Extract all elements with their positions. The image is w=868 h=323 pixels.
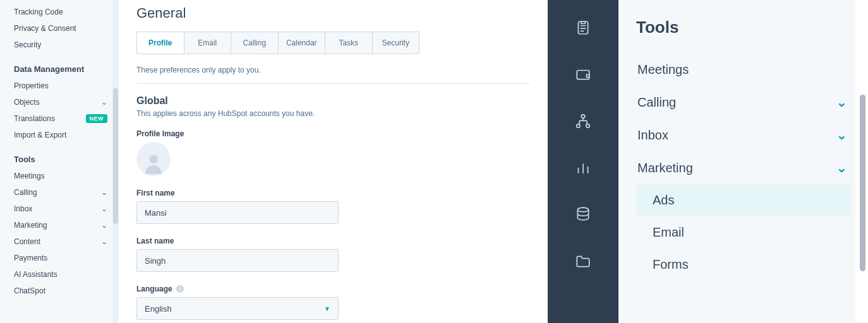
last-name-input[interactable] — [136, 249, 339, 272]
sidebar-item-label: Properties — [14, 81, 49, 90]
sidebar-scrollbar-track — [112, 0, 119, 323]
language-label-text: Language — [136, 285, 172, 293]
database-icon[interactable] — [574, 206, 592, 223]
tab-email[interactable]: Email — [184, 32, 232, 54]
tab-calling[interactable]: Calling — [231, 32, 279, 54]
chevron-down-icon: ⌄ — [836, 95, 847, 110]
chevron-down-icon: ⌄ — [836, 127, 847, 143]
right-scrollbar-track — [855, 0, 868, 323]
sidebar-item-label: Objects — [14, 98, 40, 107]
profile-image-label: Profile Image — [136, 129, 530, 138]
new-badge: NEW — [86, 114, 108, 123]
folder-icon[interactable] — [574, 252, 592, 270]
tool-item-label: Meetings — [637, 62, 689, 77]
tools-nav-zoom: Tools Meetings Calling ⌄ Inbox ⌄ Marketi… — [548, 0, 868, 323]
chevron-down-icon: ⌄ — [101, 221, 107, 230]
sidebar-item-chatspot[interactable]: ChatSpot — [0, 283, 119, 299]
sidebar-item-label: Security — [14, 40, 41, 49]
sidebar-scrollbar-thumb[interactable] — [113, 88, 118, 224]
sidebar-item-label: Tracking Code — [14, 8, 63, 16]
settings-tabs: Profile Email Calling Calendar Tasks Sec… — [136, 32, 419, 54]
sidebar-item-calling[interactable]: Calling ⌄ — [0, 184, 119, 201]
sidebar-item-label: Translations — [14, 114, 55, 123]
tool-subitem-email[interactable]: Email — [636, 216, 851, 249]
tool-item-calling[interactable]: Calling ⌄ — [636, 86, 851, 119]
section-subtitle-global: This applies across any HubSpot accounts… — [136, 109, 530, 118]
tool-item-meetings[interactable]: Meetings — [636, 54, 851, 86]
tool-item-marketing[interactable]: Marketing ⌄ — [636, 151, 851, 184]
clipboard-icon[interactable] — [574, 19, 592, 37]
tab-tasks[interactable]: Tasks — [325, 32, 373, 54]
language-value: English — [145, 304, 172, 314]
sidebar-item-ai-assistants[interactable]: AI Assistants — [0, 266, 119, 283]
chevron-down-icon: ⌄ — [101, 188, 107, 197]
settings-main: General Profile Email Calling Calendar T… — [119, 0, 548, 323]
tool-item-label: Calling — [637, 95, 676, 110]
wallet-icon[interactable] — [574, 66, 592, 83]
tools-title: Tools — [636, 18, 851, 37]
sidebar-item-objects[interactable]: Objects ⌄ — [0, 94, 119, 110]
settings-sidebar: Tracking Code Privacy & Consent Security… — [0, 0, 119, 323]
prefs-note: These preferences only apply to you. — [136, 54, 530, 84]
sidebar-item-marketing[interactable]: Marketing ⌄ — [0, 217, 119, 233]
sidebar-item-label: Privacy & Consent — [14, 24, 76, 33]
tool-item-label: Inbox — [637, 128, 668, 143]
info-icon: i — [176, 285, 184, 293]
sidebar-item-tracking-code[interactable]: Tracking Code — [0, 4, 119, 20]
chevron-down-icon: ⌄ — [101, 237, 107, 246]
tab-profile[interactable]: Profile — [137, 32, 184, 54]
sidebar-item-privacy-consent[interactable]: Privacy & Consent — [0, 20, 119, 37]
sidebar-item-label: Content — [14, 237, 40, 246]
person-icon — [141, 151, 166, 176]
icon-rail — [548, 0, 618, 323]
sidebar-item-label: Calling — [14, 188, 37, 197]
tool-item-label: Marketing — [637, 161, 693, 175]
sidebar-heading-tools: Tools — [0, 143, 119, 168]
sidebar-item-label: Inbox — [14, 204, 32, 213]
sitemap-icon[interactable] — [574, 112, 592, 130]
svg-point-6 — [577, 208, 588, 212]
right-scrollbar-thumb[interactable] — [860, 95, 865, 271]
sidebar-item-payments[interactable]: Payments — [0, 250, 119, 266]
settings-app: Tracking Code Privacy & Consent Security… — [0, 0, 548, 323]
sidebar-item-label: Import & Export — [14, 131, 66, 139]
sidebar-item-content[interactable]: Content ⌄ — [0, 233, 119, 250]
tools-panel: Tools Meetings Calling ⌄ Inbox ⌄ Marketi… — [618, 0, 868, 323]
chevron-down-icon: ⌄ — [836, 160, 847, 175]
svg-point-0 — [149, 155, 157, 163]
svg-point-5 — [586, 124, 589, 127]
sidebar-item-label: AI Assistants — [14, 270, 57, 279]
profile-image-avatar[interactable] — [136, 142, 171, 176]
tab-security[interactable]: Security — [373, 32, 419, 54]
sidebar-item-security[interactable]: Security — [0, 37, 119, 53]
sidebar-item-properties[interactable]: Properties — [0, 78, 119, 94]
sidebar-item-translations[interactable]: Translations NEW — [0, 110, 119, 127]
bar-chart-icon[interactable] — [574, 159, 592, 177]
sidebar-item-meetings[interactable]: Meetings — [0, 168, 119, 184]
page-title: General — [136, 5, 530, 21]
sidebar-item-label: ChatSpot — [14, 286, 45, 295]
sidebar-item-import-export[interactable]: Import & Export — [0, 127, 119, 143]
sidebar-item-inbox[interactable]: Inbox ⌄ — [0, 201, 119, 217]
tab-calendar[interactable]: Calendar — [279, 32, 326, 54]
tool-subitem-ads[interactable]: Ads — [636, 184, 851, 216]
sidebar-item-label: Payments — [14, 254, 47, 262]
sidebar-item-label: Marketing — [14, 221, 47, 230]
svg-point-4 — [577, 124, 580, 127]
language-select[interactable]: English ▼ — [136, 297, 339, 320]
svg-point-3 — [581, 115, 584, 118]
first-name-input[interactable] — [136, 201, 339, 224]
tool-subitem-forms[interactable]: Forms — [636, 249, 851, 281]
first-name-label: First name — [136, 189, 530, 197]
section-title-global: Global — [136, 95, 530, 107]
chevron-down-icon: ⌄ — [101, 98, 107, 107]
chevron-down-icon: ⌄ — [101, 204, 107, 213]
tool-item-inbox[interactable]: Inbox ⌄ — [636, 119, 851, 151]
sidebar-heading-data-management: Data Management — [0, 53, 119, 78]
last-name-label: Last name — [136, 237, 530, 245]
caret-down-icon: ▼ — [324, 305, 330, 312]
sidebar-item-label: Meetings — [14, 172, 45, 180]
language-label: Language i — [136, 285, 530, 293]
